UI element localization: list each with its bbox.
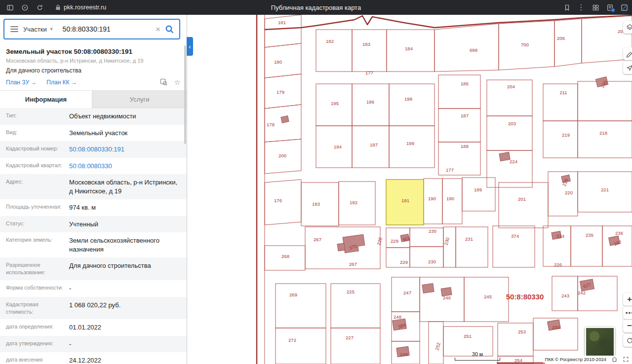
basemap-preview[interactable] [585,327,615,357]
zoom-options-button[interactable]: ⋯ [623,306,632,319]
info-row: дата внесения сведений:24.12.2022 [0,352,187,364]
address-bar[interactable]: pkk.rosreestr.ru [55,4,106,11]
search-bar: Участки ▼ × [3,19,180,39]
info-label: Разрешенное использование: [6,261,69,276]
info-value-link[interactable]: 50:08:0080330:191 [69,145,183,154]
info-label: Площадь уточненная: [6,203,69,212]
parcel-number-label: 191 [401,198,409,203]
info-value: Учтенный [69,220,183,229]
info-row: Форма собственности:- [0,280,187,297]
info-row: Вид:Земельный участок [0,125,187,142]
cadastral-map-svg: 1811801791782001762681821831841771951961… [187,15,632,364]
info-row: Тип:Объект недвижимости [0,108,187,125]
parcel-number-label: 177 [365,70,373,75]
parcel-number-label: 192 [350,200,357,205]
sidebar-icon[interactable] [6,3,14,11]
parcel-number-label: 225 [347,289,355,294]
layers-tool-button[interactable] [623,21,632,34]
parcel-number-label: 235 [586,232,593,238]
info-value: Земли сельскохозяйственного назначения [69,236,183,254]
plan-kk-link[interactable]: План КК → [46,79,77,86]
tab-services[interactable]: Услуги [92,91,187,108]
info-row: Кадастровый номер:50:08:0080330:191 [0,141,187,158]
zoom-in-button[interactable]: + [623,293,632,306]
info-label: дата утверждения: [6,340,69,349]
buildings-layer [281,77,620,357]
parcel-number-label: 256 [552,325,560,330]
parcel-number-label: 204 [507,84,515,89]
quarter-number-label: 50:8:80330 [506,292,544,301]
parcel-number-label: 221 [601,187,609,192]
parcel-number-label: 183 [362,41,370,47]
fullscreen-icon[interactable] [623,356,629,363]
browser-bar: pkk.rosreestr.ru Публичная кадастровая к… [0,0,632,15]
object-title: Земельный участок 50:08:0080330:191 [6,48,181,55]
parcel-number-label: 267 [314,237,321,242]
parcel-number-label: 200 [278,153,286,158]
info-value: - [69,340,183,349]
menu-icon[interactable] [10,26,18,32]
parcel-number-label: 234 [556,233,564,239]
collapse-panel-button[interactable]: ‹ [187,37,193,56]
tab-information[interactable]: Информация [0,91,92,108]
parcel-boundaries [265,15,632,364]
attribution-bar: ПКК © Росреестр 2010-2024 [543,356,631,363]
reset-view-button[interactable] [623,334,632,347]
info-table: Тип:Объект недвижимостиВид:Земельный уча… [0,108,187,364]
clear-search-icon[interactable]: × [156,25,160,34]
info-value-link[interactable]: 50:08:0080330 [69,162,183,171]
parcel-number-label: 220 [565,190,573,195]
search-icon[interactable] [165,25,174,34]
info-row: Адрес:Московская область, р-н Истрински,… [0,174,187,199]
info-label: Кадастровый номер: [6,145,69,154]
parcel-number-label: 699 [470,47,477,53]
parcel-number-label: 206 [557,36,565,41]
parcel-number-label: 374 [511,233,519,239]
parcel-number-label: 230 [428,259,436,264]
favorite-star-icon[interactable]: ☆ [174,78,181,86]
zoom-out-button[interactable]: − [623,320,632,332]
notification-dot [611,8,615,12]
locate-tool-button[interactable] [623,61,632,74]
search-category-dropdown[interactable]: Участки ▼ [23,26,54,33]
parcel-number-label: 186 [461,81,469,86]
parcel-number-label: 218 [599,130,607,136]
info-value: - [69,284,183,293]
map-canvas[interactable]: 1811801791782001762681821831841771951961… [187,15,632,364]
panel-tabs: Информация Услуги [0,90,187,108]
lock-icon [55,4,61,10]
measure-tool-button[interactable] [623,47,632,60]
sync-badge-icon[interactable] [606,3,614,11]
parcel-number-label: 226 [554,262,562,267]
extensions-icon[interactable] [592,3,599,11]
parcel-number-label: 197 [370,142,378,147]
parcel-number-label: 700 [521,42,529,47]
parcel-number-label: 195 [331,101,339,106]
refresh-icon[interactable] [36,3,43,11]
info-value: 24.12.2022 [69,356,183,364]
info-value: 974 кв. м [69,203,183,212]
search-input[interactable] [62,25,151,34]
parcel-number-label: 229 [391,238,398,244]
home-icon[interactable] [611,356,618,363]
profile-icon[interactable] [620,3,628,11]
menu-dots-icon[interactable]: ⋮ [577,3,585,11]
plan-view-icon[interactable] [160,78,167,86]
info-row: Кадастровый квартал:50:08:0080330 [0,158,187,175]
info-label: Форма собственности: [6,284,69,293]
panel-scrollbar[interactable] [184,45,186,144]
parcel-number-label: 247 [403,290,411,295]
chevron-down-icon: ▼ [49,27,54,32]
tabs-icon[interactable] [21,3,29,11]
parcel-number-label: 226 [376,237,383,246]
parcel-number-label: 242 [578,290,586,295]
parcel-number-label: 194 [334,144,342,149]
parcel-number-label: 230 [443,237,450,246]
info-row: дата утверждения:- [0,336,187,353]
parcel-number-label: 268 [281,254,289,259]
parcel-number-label: 181 [278,20,286,25]
plan-zu-link[interactable]: План ЗУ → [6,79,37,86]
parcel-number-label: 248 [394,314,401,320]
bookmark-icon[interactable] [563,3,571,11]
left-panel: Участки ▼ × Земельный участок 50:08:0080… [0,15,187,364]
